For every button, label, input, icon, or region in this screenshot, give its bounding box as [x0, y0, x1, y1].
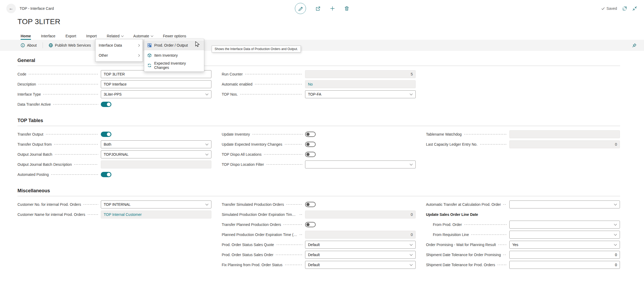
menu-item-interface-data[interactable]: Interface Data	[96, 40, 143, 50]
update-inventory-toggle[interactable]	[305, 132, 316, 137]
pin-button[interactable]	[632, 43, 637, 48]
tab-fewer-options[interactable]: Fewer options	[163, 32, 186, 40]
auto-transfer-calc-select[interactable]	[509, 200, 620, 208]
status-sales-order-select[interactable]: Default	[305, 251, 416, 259]
chevron-down-icon	[151, 34, 153, 37]
about-action[interactable]: About	[21, 43, 37, 47]
field-transfer-simulated: Transfer Simulated Production Orders	[222, 199, 416, 209]
back-arrow-icon: ←	[9, 6, 13, 11]
tab-export[interactable]: Export	[65, 32, 76, 40]
delete-button[interactable]	[344, 6, 349, 11]
fix-planning-select[interactable]: Default	[305, 261, 416, 269]
collapse-icon	[632, 6, 637, 11]
chevron-down-icon	[121, 34, 124, 37]
menu-item-interface-data-label: Interface Data	[99, 43, 122, 47]
transfer-simulated-toggle[interactable]	[305, 202, 316, 207]
field-customer-no-label: Customer No. for internal Prod. Orders	[17, 202, 81, 207]
dotted-leader	[471, 230, 507, 240]
data-transfer-active-toggle[interactable]	[101, 102, 111, 107]
field-run-counter-label: Run Counter	[222, 72, 243, 76]
field-planned-expiration: Planned Production Order Expiration Time…	[222, 230, 416, 240]
field-tablename-watchdog: Tablename Watchdog	[426, 129, 620, 139]
open-in-new-window-button[interactable]	[622, 6, 627, 11]
tablename-watchdog-value	[509, 130, 620, 138]
shipment-tol-promising-input[interactable]	[509, 251, 620, 259]
field-shipment-tol-orders: Shipment Date Tolerance for Prod. Orders	[426, 260, 620, 270]
tab-export-label: Export	[65, 34, 76, 38]
customer-no-select[interactable]: TOP INTERNAL	[101, 200, 211, 208]
field-interface-type-label: Interface Type	[17, 92, 41, 96]
interface-type-select[interactable]: 3Liter-PPS	[101, 90, 211, 98]
top-dispo-all-locations-toggle[interactable]	[305, 152, 316, 157]
status-sales-order-value: Default	[308, 253, 320, 257]
edit-button[interactable]	[295, 3, 306, 14]
top-nos-value: TOP-FA	[308, 92, 321, 96]
run-counter-value: 5	[305, 70, 416, 78]
field-transfer-output-from: Transfer Output from Both	[17, 139, 211, 149]
field-automated-posting: Automated Posting	[17, 170, 211, 180]
tab-automate[interactable]: Automate	[133, 32, 153, 40]
field-status-sales-order-label: Prod. Order Status Sales Order	[222, 253, 273, 257]
section-top-tables: TOP Tables Transfer Output Transfer Outp…	[17, 118, 644, 180]
top-nos-select[interactable]: TOP-FA	[305, 90, 416, 98]
dotted-leader	[28, 69, 98, 79]
field-planned-expiration-label: Planned Production Order Expiration Time…	[222, 233, 297, 237]
dotted-leader	[55, 149, 98, 159]
status-sales-quote-value: Default	[308, 243, 320, 247]
order-promising-value: Yes	[512, 243, 518, 247]
back-button[interactable]: ←	[6, 4, 16, 13]
field-tablename-watchdog-label: Tablename Watchdog	[426, 132, 462, 136]
about-label: About	[27, 43, 37, 47]
menu-item-item-inventory[interactable]: Item Inventory	[144, 50, 204, 60]
description-input[interactable]	[101, 80, 211, 88]
breadcrumb[interactable]: TOP - Interface Card	[20, 6, 54, 11]
dotted-leader	[497, 260, 507, 270]
field-fix-planning-label: Fix Planning from Prod. Order Status	[222, 263, 283, 267]
field-last-capacity-ledger-entry-no: Last Capacity Ledger Entry No. 0	[426, 139, 620, 149]
dotted-leader	[503, 250, 507, 260]
chevron-down-icon	[410, 92, 412, 95]
order-promising-select[interactable]: Yes	[509, 241, 620, 249]
field-data-transfer-active-label: Data Transfer Active	[17, 102, 51, 106]
menu-item-other[interactable]: Other	[96, 50, 143, 60]
field-transfer-simulated-label: Transfer Simulated Production Orders	[222, 202, 284, 207]
related-dropdown-menu: Interface Data Other	[95, 39, 143, 62]
status-sales-quote-select[interactable]: Default	[305, 241, 416, 249]
dotted-leader	[264, 149, 302, 159]
top-dispo-location-filter-select[interactable]	[305, 160, 416, 168]
publish-web-services-action[interactable]: Publish Web Services	[49, 43, 91, 47]
output-journal-batch-select[interactable]: TOPJOURNAL	[101, 150, 211, 158]
dotted-leader	[503, 199, 507, 209]
field-status-sales-order: Prod. Order Status Sales Order Default	[222, 250, 416, 260]
shipment-tol-orders-input[interactable]	[509, 261, 620, 269]
menu-item-expected-inventory-changes[interactable]: Expected Inventory Changes	[144, 60, 204, 70]
update-expected-inventory-changes-toggle[interactable]	[305, 142, 316, 147]
automated-posting-toggle[interactable]	[101, 172, 111, 177]
field-top-dispo-all-locations-label: TOP Dispo All Locations	[222, 152, 261, 157]
tab-interface[interactable]: Interface	[41, 32, 55, 40]
tab-related[interactable]: Related	[107, 32, 123, 40]
from-requisition-line-select[interactable]	[509, 231, 620, 239]
top-bar: ← TOP - Interface Card Saved	[0, 0, 644, 17]
new-button[interactable]	[330, 6, 335, 11]
from-prod-order-select[interactable]	[509, 221, 620, 229]
transfer-output-toggle[interactable]	[101, 132, 111, 137]
transfer-output-from-select[interactable]: Both	[101, 140, 211, 148]
pencil-icon	[298, 6, 303, 11]
dotted-leader	[240, 89, 302, 99]
collapse-button[interactable]	[632, 6, 637, 11]
tab-home[interactable]: Home	[21, 32, 31, 40]
menu-item-other-label: Other	[99, 53, 108, 57]
field-auto-transfer-calc-label: Automatic Transfer at Calculation Prod. …	[426, 202, 501, 207]
general-column-2: Run Counter 5 Automatic enabled No TOP N…	[222, 69, 416, 99]
section-top-tables-heading: TOP Tables	[17, 118, 620, 126]
tab-import[interactable]: Import	[86, 32, 97, 40]
field-automated-posting-label: Automated Posting	[17, 172, 49, 177]
field-simulated-expiration-label: Simulated Production Order Expiration Ti…	[222, 212, 297, 217]
share-button[interactable]	[316, 6, 321, 11]
page-title: TOP 3LITER	[17, 17, 644, 26]
pin-icon	[632, 43, 637, 48]
field-transfer-output-from-label: Transfer Output from	[17, 142, 52, 146]
field-data-transfer-active: Data Transfer Active	[17, 99, 211, 109]
transfer-planned-toggle[interactable]	[305, 222, 316, 227]
